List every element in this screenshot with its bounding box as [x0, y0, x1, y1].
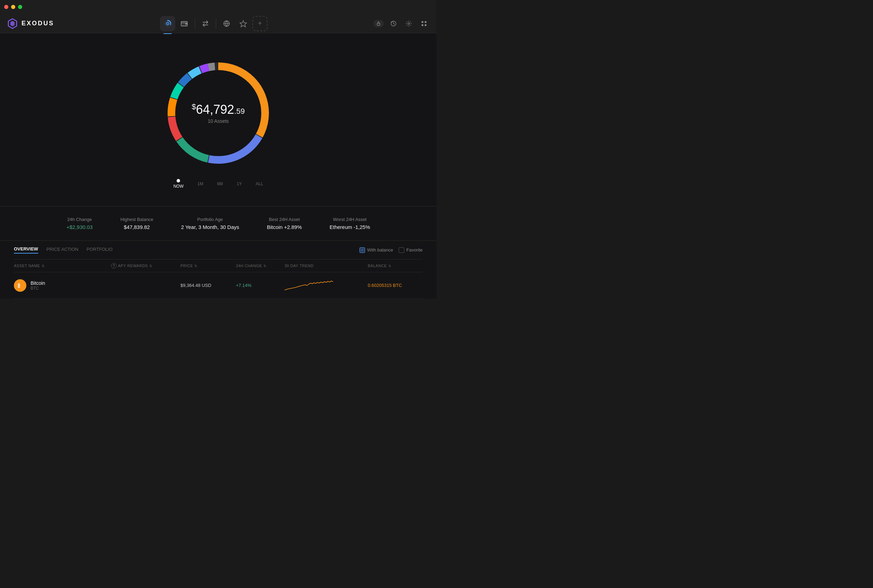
stat-24h-value: +$2,930.03	[66, 224, 93, 230]
traffic-light-yellow[interactable]	[11, 5, 15, 9]
traffic-light-red[interactable]	[4, 5, 8, 9]
lock-icon	[376, 21, 381, 26]
svg-point-12	[408, 22, 410, 24]
filter-favorite[interactable]: Favorite	[399, 248, 423, 253]
tab-portfolio[interactable]: PORTFOLIO	[87, 247, 113, 253]
nav-add[interactable]: +	[252, 16, 267, 31]
nav-wallet[interactable]	[177, 16, 192, 31]
stat-best-value: Bitcoin +2.89%	[267, 224, 302, 230]
nav-exchange[interactable]	[198, 16, 213, 31]
btc-icon: ₿	[14, 279, 26, 292]
timeline-label-1m: 1M	[197, 182, 203, 186]
asset-info-btc: ₿ Bitcoin BTC	[14, 279, 111, 292]
table-header: ASSET NAME ⇅ ? APY REWARDS ⇅ PRICE ⇅ 24H…	[14, 260, 423, 272]
chart-area: $64,792.59 10 Assets NOW 1M 6M 1Y ALL	[0, 47, 436, 199]
asset-count: 10 Assets	[192, 118, 245, 124]
svg-point-4	[167, 23, 168, 24]
btc-ticker: BTC	[30, 286, 45, 291]
filter-with-balance[interactable]: ✓ With balance	[360, 248, 393, 253]
currency-symbol: $	[192, 102, 196, 111]
svg-rect-16	[425, 24, 426, 26]
main-content: $64,792.59 10 Assets NOW 1M 6M 1Y ALL	[0, 33, 436, 298]
filter-balance-check: ✓	[360, 248, 365, 253]
th-price: PRICE ⇅	[180, 263, 236, 268]
titlebar	[0, 0, 436, 14]
stat-age-label: Portfolio Age	[181, 217, 239, 222]
nav-center: +	[160, 16, 267, 31]
nav-right	[374, 18, 429, 29]
lock-toggle[interactable]	[374, 20, 384, 27]
nav-apps[interactable]	[219, 16, 234, 31]
timeline-now[interactable]: NOW	[174, 179, 183, 189]
stat-best-24h: Best 24H Asset Bitcoin +2.89%	[267, 217, 302, 230]
th-asset-name: ASSET NAME ⇅	[14, 263, 111, 268]
balance-cents: .59	[234, 107, 245, 116]
asset-table: ASSET NAME ⇅ ? APY REWARDS ⇅ PRICE ⇅ 24H…	[14, 260, 423, 298]
stat-best-label: Best 24H Asset	[267, 217, 302, 222]
btc-name-group: Bitcoin BTC	[30, 280, 45, 291]
stat-age-value: 2 Year, 3 Month, 30 Days	[181, 224, 239, 230]
navbar: EXODUS	[0, 14, 436, 33]
nav-portfolio[interactable]	[160, 16, 175, 31]
stat-24h-change: 24h Change +$2,930.03	[66, 217, 93, 230]
nav-divider-1	[195, 19, 195, 28]
stat-highest-value: $47,839.82	[120, 224, 153, 230]
settings-button[interactable]	[403, 18, 414, 29]
history-icon	[390, 21, 397, 27]
traffic-light-green[interactable]	[18, 5, 22, 9]
btc-price: $9,364.48 USD	[180, 283, 236, 288]
btc-trend	[285, 278, 368, 293]
logo-text: EXODUS	[21, 20, 54, 27]
filter-favorite-label: Favorite	[406, 248, 423, 252]
timeline-1m[interactable]: 1M	[197, 182, 203, 186]
timeline-all[interactable]: ALL	[256, 182, 263, 186]
sort-icon-change[interactable]: ⇅	[263, 264, 267, 268]
table-area: OVERVIEW PRICE ACTION PORTFOLIO ✓ With b…	[0, 241, 436, 298]
timeline-label-all: ALL	[256, 182, 263, 186]
apy-help-icon[interactable]: ?	[111, 263, 117, 268]
stat-highest-label: Highest Balance	[120, 217, 153, 222]
btc-logo: ₿	[16, 282, 24, 289]
sort-icon-price[interactable]: ⇅	[194, 264, 197, 268]
sort-icon-balance[interactable]: ⇅	[388, 264, 392, 268]
timeline-label-now: NOW	[174, 184, 183, 189]
svg-rect-14	[425, 21, 426, 23]
tab-price-action[interactable]: PRICE ACTION	[46, 247, 78, 253]
stat-highest-balance: Highest Balance $47,839.82	[120, 217, 153, 230]
stat-worst-value: Ethereum -1,25%	[330, 224, 370, 230]
table-row[interactable]: ₿ Bitcoin BTC $9,364.48 USD +7.14%	[14, 272, 423, 298]
filter-favorite-check	[399, 248, 404, 253]
timeline-6m[interactable]: 6M	[217, 182, 223, 186]
logo[interactable]: EXODUS	[7, 18, 54, 29]
stats-row: 24h Change +$2,930.03 Highest Balance $4…	[0, 206, 436, 241]
donut-chart: $64,792.59 10 Assets	[159, 54, 277, 172]
sort-icon-apy[interactable]: ⇅	[149, 264, 152, 268]
th-apy: ? APY REWARDS ⇅	[111, 263, 180, 268]
svg-text:₿: ₿	[18, 283, 20, 288]
tab-filters: ✓ With balance Favorite	[360, 248, 423, 253]
portfolio-balance: $64,792.59	[192, 102, 245, 117]
th-trend: 30 DAY TREND	[285, 263, 368, 268]
th-24h-change: 24H CHANGE ⇅	[236, 263, 285, 268]
table-tabs: OVERVIEW PRICE ACTION PORTFOLIO ✓ With b…	[14, 241, 423, 260]
stat-portfolio-age: Portfolio Age 2 Year, 3 Month, 30 Days	[181, 217, 239, 230]
tab-overview[interactable]: OVERVIEW	[14, 246, 38, 254]
nav-earn[interactable]	[236, 16, 251, 31]
settings-icon	[406, 21, 412, 27]
stat-worst-24h: Worst 24H Asset Ethereum -1,25%	[330, 217, 370, 230]
timeline: NOW 1M 6M 1Y ALL	[174, 179, 263, 189]
btc-change: +7.14%	[236, 283, 285, 288]
donut-center: $64,792.59 10 Assets	[192, 102, 245, 124]
svg-rect-10	[377, 23, 380, 26]
nav-add-icon: +	[258, 20, 262, 27]
timeline-1y[interactable]: 1Y	[237, 182, 242, 186]
history-button[interactable]	[388, 18, 399, 29]
stat-worst-label: Worst 24H Asset	[330, 217, 370, 222]
btc-name: Bitcoin	[30, 280, 45, 286]
apps-grid-button[interactable]	[418, 18, 429, 29]
stat-24h-label: 24h Change	[66, 217, 93, 222]
timeline-label-1y: 1Y	[237, 182, 242, 186]
exodus-logo-icon	[7, 18, 18, 29]
sort-icon-name[interactable]: ⇅	[42, 264, 45, 268]
th-balance: BALANCE ⇅	[368, 263, 436, 268]
